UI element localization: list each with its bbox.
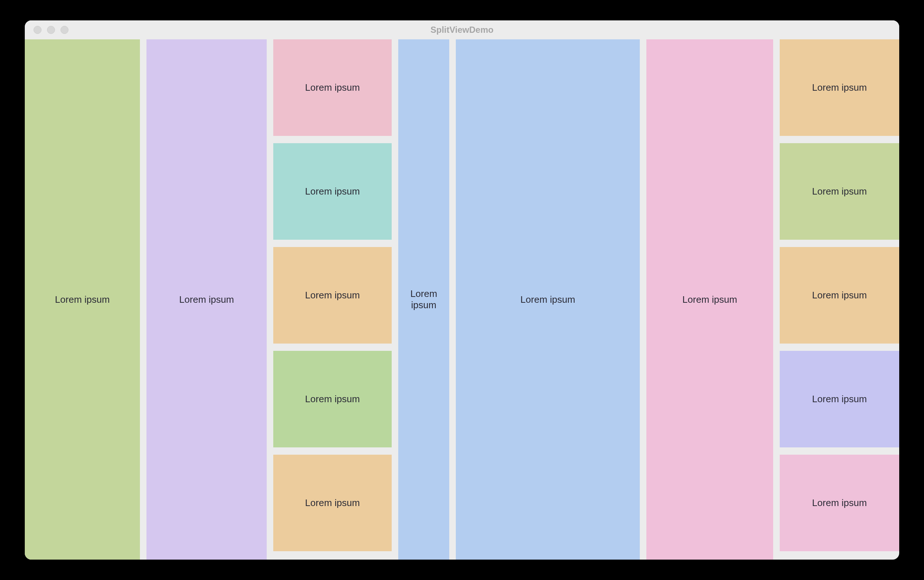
list-item[interactable]: Lorem ipsum xyxy=(780,247,899,344)
list-item[interactable]: Lorem ipsum xyxy=(780,40,899,136)
pane-label: Lorem ipsum xyxy=(403,288,445,311)
window-title: SplitViewDemo xyxy=(431,25,494,35)
cell-label: Lorem ipsum xyxy=(305,497,360,509)
cell-label: Lorem ipsum xyxy=(812,82,867,93)
split-pane-1[interactable]: Lorem ipsum xyxy=(25,40,140,560)
list-item[interactable]: Lorem ipsum xyxy=(273,143,392,240)
cell-label: Lorem ipsum xyxy=(812,394,867,405)
titlebar[interactable]: SplitViewDemo xyxy=(25,20,899,40)
split-view: Lorem ipsum Lorem ipsum Lorem ipsum Lore… xyxy=(25,40,899,560)
split-pane-2[interactable]: Lorem ipsum xyxy=(147,40,267,560)
cell-label: Lorem ipsum xyxy=(305,290,360,301)
split-pane-6[interactable]: Lorem ipsum xyxy=(646,40,773,560)
split-pane-3[interactable]: Lorem ipsum Lorem ipsum Lorem ipsum Lore… xyxy=(273,40,392,560)
cell-label: Lorem ipsum xyxy=(812,497,867,509)
pane-label: Lorem ipsum xyxy=(179,294,234,305)
pane-label: Lorem ipsum xyxy=(520,294,575,305)
maximize-icon[interactable] xyxy=(61,26,69,34)
cell-label: Lorem ipsum xyxy=(812,186,867,197)
cell-label: Lorem ipsum xyxy=(305,186,360,197)
split-pane-5[interactable]: Lorem ipsum xyxy=(456,40,640,560)
list-item[interactable]: Lorem ipsum xyxy=(273,247,392,344)
list-item[interactable]: Lorem ipsum xyxy=(780,351,899,447)
minimize-icon[interactable] xyxy=(47,26,55,34)
split-pane-7[interactable]: Lorem ipsum Lorem ipsum Lorem ipsum Lore… xyxy=(780,40,899,560)
cell-label: Lorem ipsum xyxy=(305,394,360,405)
traffic-lights xyxy=(25,26,69,34)
list-item[interactable]: Lorem ipsum xyxy=(780,455,899,551)
pane-label: Lorem ipsum xyxy=(682,294,737,305)
list-item[interactable]: Lorem ipsum xyxy=(273,351,392,447)
list-item[interactable]: Lorem ipsum xyxy=(780,143,899,240)
list-item[interactable]: Lorem ipsum xyxy=(273,455,392,551)
close-icon[interactable] xyxy=(33,26,41,34)
cell-label: Lorem ipsum xyxy=(812,290,867,301)
split-pane-4[interactable]: Lorem ipsum xyxy=(398,40,449,560)
cell-label: Lorem ipsum xyxy=(305,82,360,93)
pane-label: Lorem ipsum xyxy=(55,294,110,305)
app-window: SplitViewDemo Lorem ipsum Lorem ipsum Lo… xyxy=(25,20,899,560)
list-item[interactable]: Lorem ipsum xyxy=(273,40,392,136)
